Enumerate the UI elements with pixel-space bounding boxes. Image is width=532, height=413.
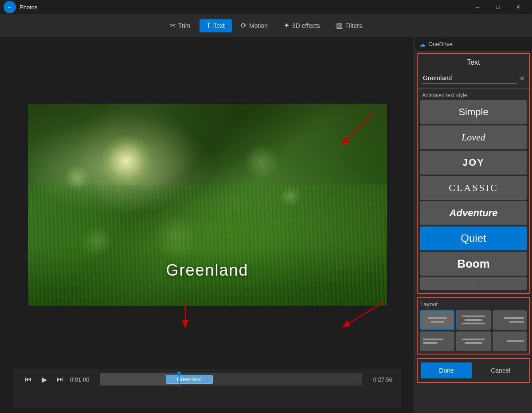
style-list: Simple Loved JOY CLASSIC Adventure Quiet… [418, 100, 529, 293]
time-current: 0:01.00 [70, 376, 97, 383]
style-adventure[interactable]: Adventure [420, 201, 527, 225]
animated-text-label: Animated text style [418, 89, 529, 100]
motion-icon: ⟳ [241, 21, 246, 30]
text-button[interactable]: T Text [200, 19, 232, 32]
minimize-button[interactable]: ─ [467, 0, 488, 14]
layout-item-1[interactable] [420, 310, 454, 330]
style-boom[interactable]: Boom [420, 252, 527, 276]
maximize-button[interactable]: □ [488, 0, 508, 14]
close-button[interactable]: ✕ [508, 0, 528, 14]
motion-button[interactable]: ⟳ Motion [234, 19, 275, 32]
video-container: Greenland [13, 42, 401, 369]
layout-title: Layout [420, 301, 527, 308]
layout-item-5[interactable] [456, 331, 490, 351]
effects-label: 3D effects [292, 22, 320, 29]
style-classic[interactable]: CLASSIC [420, 176, 527, 200]
style-joy[interactable]: JOY [420, 151, 527, 175]
filters-button[interactable]: ▨ Filters [329, 19, 369, 32]
layout-grid [420, 310, 527, 351]
timeline-track[interactable]: Greenland [100, 373, 362, 386]
motion-label: Motion [249, 22, 268, 29]
app-title: Photos [20, 4, 37, 11]
text-panel: Text ✕ Animated text style Simple Loved … [415, 51, 532, 413]
text-icon: T [207, 22, 211, 30]
trim-icon: ✂ [170, 21, 176, 30]
layout-item-3[interactable] [493, 310, 527, 330]
layout-item-6[interactable] [493, 331, 527, 351]
layout-item-2[interactable] [456, 310, 490, 330]
timeline-clip-label: Greenland [177, 376, 202, 382]
layout-section: Layout [417, 297, 530, 355]
right-panel: ☁ OneDrive Text ✕ Animated text style Si… [415, 37, 532, 413]
clear-text-button[interactable]: ✕ [520, 75, 525, 82]
text-input-row: ✕ [418, 71, 529, 89]
onedrive-bar: ☁ OneDrive [415, 37, 532, 51]
onedrive-label: OneDrive [428, 41, 453, 47]
timeline: ⏮ ▶ ⏭ 0:01.00 Greenland 0:27.56 [13, 369, 401, 409]
onedrive-icon: ☁ [419, 41, 426, 48]
timeline-clip[interactable]: Greenland [166, 375, 213, 384]
effects-button[interactable]: ✦ 3D effects [277, 19, 327, 32]
titlebar: ← Photos ─ □ ✕ [0, 0, 532, 14]
rewind-button[interactable]: ⏮ [22, 373, 35, 386]
titlebar-left: ← Photos [4, 1, 37, 13]
text-styles-section: Text ✕ Animated text style Simple Loved … [417, 53, 530, 294]
effects-icon: ✦ [284, 21, 289, 30]
filters-label: Filters [345, 22, 362, 29]
video-frame: Greenland [28, 104, 387, 306]
video-overlay-text: Greenland [166, 261, 248, 280]
text-label: Text [213, 22, 225, 29]
annotation-arrow-br [335, 298, 388, 333]
cancel-button[interactable]: Cancel [475, 362, 526, 378]
trim-button[interactable]: ✂ Trim [163, 19, 197, 32]
timeline-playhead[interactable] [179, 371, 180, 387]
style-loved[interactable]: Loved [420, 125, 527, 149]
step-forward-button[interactable]: ⏭ [54, 373, 66, 386]
time-end: 0:27.56 [366, 376, 392, 383]
back-icon: ← [7, 4, 13, 11]
play-button[interactable]: ▶ [38, 373, 51, 386]
main-area: Greenland ⏮ ▶ ⏭ [0, 37, 532, 413]
video-area: Greenland ⏮ ▶ ⏭ [0, 37, 415, 413]
panel-title: Text [418, 54, 529, 71]
filters-icon: ▨ [336, 21, 343, 30]
layout-item-4[interactable] [420, 331, 454, 351]
titlebar-controls: ─ □ ✕ [467, 0, 528, 14]
annotation-arrow-bc [172, 298, 199, 333]
back-button[interactable]: ← [4, 1, 16, 13]
style-more[interactable]: ··· [420, 277, 527, 290]
action-row: Done Cancel [417, 358, 530, 383]
done-button[interactable]: Done [421, 362, 472, 378]
trim-label: Trim [178, 22, 190, 29]
style-simple[interactable]: Simple [420, 100, 527, 124]
text-input[interactable] [422, 73, 517, 84]
toolbar: ✂ Trim T Text ⟳ Motion ✦ 3D effects ▨ Fi… [0, 14, 532, 37]
style-quiet[interactable]: Quiet [420, 226, 527, 250]
